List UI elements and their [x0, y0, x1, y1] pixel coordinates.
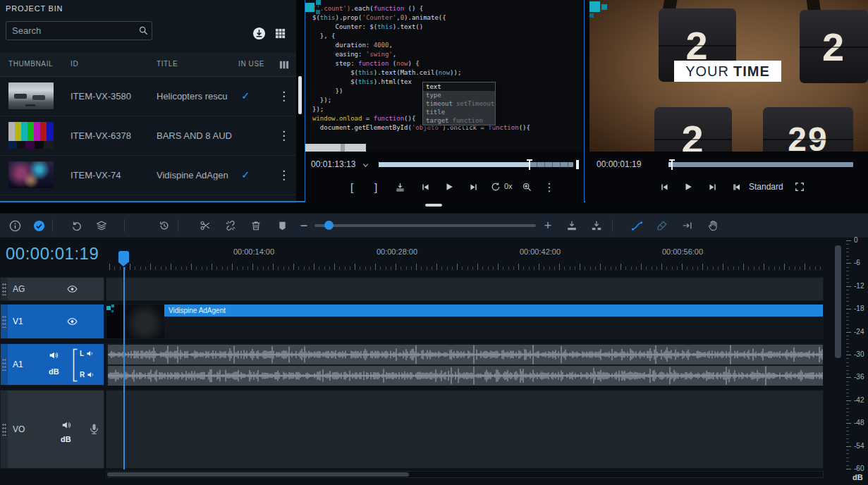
out-point-marker[interactable]: [576, 160, 579, 169]
flip-clock-card: 2: [654, 107, 732, 152]
program-video-preview[interactable]: 2 2 2 29 YOURTIME: [589, 0, 868, 152]
play-icon[interactable]: [678, 176, 698, 197]
playback-speed-icon[interactable]: [486, 176, 506, 197]
mark-out-button[interactable]: ]: [366, 176, 386, 197]
marker-flag-icon[interactable]: [273, 214, 291, 238]
track-a1-lane[interactable]: [106, 343, 824, 386]
col-title[interactable]: TITLE: [157, 60, 178, 68]
track-header-vo[interactable]: VO dB: [0, 390, 104, 469]
more-options-icon[interactable]: ⋮: [539, 176, 559, 197]
source-timecode[interactable]: 00:01:13:13: [311, 159, 355, 169]
search-input[interactable]: [6, 21, 152, 40]
ripple-trim-icon[interactable]: [678, 214, 697, 238]
delete-trash-icon[interactable]: [247, 214, 265, 238]
drag-handle[interactable]: [1, 278, 8, 300]
timeline-zoom-slider[interactable]: [314, 224, 536, 227]
cut-scissors-icon[interactable]: [196, 214, 214, 238]
autocomplete-popup: texttypetimeoutsetTimeouttitletargetfunc…: [422, 82, 496, 125]
timeline-ruler[interactable]: 00:00:14:00 00:00:28:00 00:00:42:00 00:0…: [106, 238, 824, 271]
columns-icon[interactable]: [279, 60, 289, 70]
add-to-timeline-icon[interactable]: [390, 176, 410, 197]
search-box: [6, 21, 152, 40]
program-timecode[interactable]: 00:00:01:19: [597, 159, 641, 169]
undo-icon[interactable]: [68, 214, 86, 238]
grid-view-icon[interactable]: [275, 28, 286, 39]
scrubber-playhead[interactable]: [671, 159, 673, 170]
overwrite-edit-icon[interactable]: [563, 214, 581, 238]
approve-check-icon[interactable]: [30, 214, 48, 238]
source-monitor-panel: ('.count').each(function () {$(this).pro…: [305, 0, 585, 202]
previous-frame-icon[interactable]: [415, 176, 435, 197]
quality-selector[interactable]: Standard: [749, 182, 783, 192]
audio-clip[interactable]: [106, 344, 823, 385]
channel-right[interactable]: R: [80, 371, 94, 379]
bin-scrollbar[interactable]: [298, 76, 302, 114]
unlink-icon[interactable]: [221, 214, 240, 238]
zoom-in-icon[interactable]: +: [539, 214, 557, 238]
chevron-down-icon[interactable]: [362, 161, 369, 169]
track-vo-lane[interactable]: [106, 390, 824, 469]
source-video-preview[interactable]: ('.count').each(function () {$(this).pro…: [305, 0, 584, 152]
horizontal-scrollbar[interactable]: [106, 471, 824, 478]
playback-speed-label[interactable]: 0x: [504, 182, 513, 190]
track-header-a1[interactable]: A1 dB L R: [0, 343, 104, 386]
channel-left[interactable]: L: [80, 350, 94, 357]
razor-icon[interactable]: [653, 214, 671, 238]
vertical-scrollbar[interactable]: [835, 240, 842, 482]
program-scrubber[interactable]: [668, 161, 853, 168]
bin-row[interactable]: ITEM-VX-3580 Helicopters rescu ✓ ⋮: [0, 76, 296, 116]
speaker-icon[interactable]: [61, 420, 71, 430]
layers-icon[interactable]: [92, 214, 111, 238]
fullscreen-icon[interactable]: [790, 176, 809, 197]
playhead-line[interactable]: [123, 267, 125, 469]
bin-row[interactable]: ITEM-VX-74 Vidispine AdAgen ✓ ⋮: [0, 155, 296, 195]
fade-curve-icon[interactable]: [628, 214, 646, 238]
track-header-ag[interactable]: AG: [0, 277, 104, 301]
gain-db-label[interactable]: dB: [61, 435, 71, 443]
clip-header: Vidispine AdAgent: [164, 305, 823, 317]
next-frame-icon[interactable]: [702, 176, 722, 197]
mark-in-button[interactable]: [: [342, 176, 362, 197]
scrollbar-thumb[interactable]: [835, 245, 841, 358]
microphone-icon[interactable]: [88, 423, 100, 435]
previous-frame-icon[interactable]: [654, 176, 674, 197]
history-icon[interactable]: [155, 214, 173, 238]
track-v1-lane[interactable]: Vidispine AdAgent: [106, 304, 824, 339]
row-menu-icon[interactable]: ⋮: [278, 89, 290, 104]
col-thumbnail[interactable]: THUMBNAIL: [8, 60, 53, 68]
zoom-out-icon[interactable]: −: [295, 214, 313, 238]
col-in-use[interactable]: IN USE: [238, 60, 264, 68]
row-menu-icon[interactable]: ⋮: [278, 128, 290, 143]
clip-thumbnail: [8, 122, 54, 149]
visibility-eye-icon[interactable]: [67, 317, 78, 327]
track-ag-lane[interactable]: [106, 277, 824, 301]
row-menu-icon[interactable]: ⋮: [278, 168, 290, 183]
drag-handle[interactable]: [1, 391, 8, 468]
source-scrubber[interactable]: [379, 161, 573, 168]
import-icon[interactable]: [252, 27, 266, 40]
speaker-icon[interactable]: [49, 350, 59, 360]
playhead-handle[interactable]: [118, 251, 129, 262]
zoom-slider-thumb[interactable]: [324, 221, 334, 230]
drag-handle[interactable]: [1, 344, 8, 385]
drag-handle[interactable]: [1, 305, 8, 338]
search-icon: [138, 25, 148, 35]
next-frame-icon[interactable]: [463, 176, 483, 197]
source-timecode-row: 00:01:13:13: [305, 156, 584, 173]
insert-edit-icon[interactable]: [587, 214, 606, 238]
video-clip[interactable]: Vidispine AdAgent: [106, 305, 823, 338]
scrollbar-thumb[interactable]: [107, 472, 409, 477]
in-use-check-icon: ✓: [241, 168, 250, 181]
go-to-in-icon[interactable]: [726, 176, 746, 197]
gain-db-label[interactable]: dB: [49, 367, 59, 376]
panel-resize-handle[interactable]: [425, 204, 442, 207]
bin-row[interactable]: ITEM-VX-6378 BARS AND 8 AUD ⋮: [0, 116, 296, 156]
zoom-in-icon[interactable]: [517, 176, 537, 197]
scrubber-playhead[interactable]: [529, 159, 530, 170]
col-id[interactable]: ID: [71, 60, 78, 68]
visibility-eye-icon[interactable]: [67, 284, 78, 295]
info-icon[interactable]: [6, 214, 24, 238]
play-icon[interactable]: [439, 176, 459, 197]
pan-hand-icon[interactable]: [704, 214, 722, 238]
track-header-v1[interactable]: V1: [0, 304, 104, 339]
